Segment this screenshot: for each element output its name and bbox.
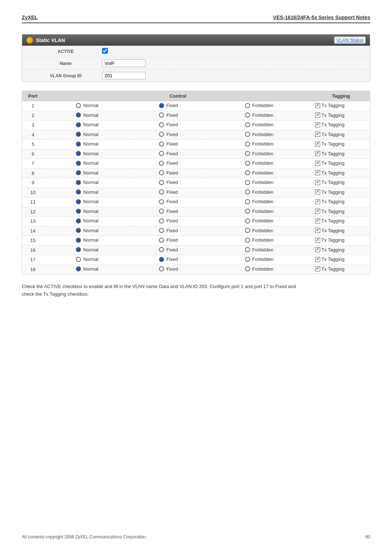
radio-filled-icon[interactable] bbox=[76, 199, 81, 204]
radio-empty-icon[interactable] bbox=[245, 199, 250, 204]
radio-empty-icon[interactable] bbox=[159, 266, 164, 271]
radio-empty-icon[interactable] bbox=[245, 103, 250, 108]
normal-label: Normal bbox=[83, 209, 98, 214]
forbidden-label: Forbidden bbox=[252, 247, 274, 253]
radio-empty-icon[interactable] bbox=[159, 238, 164, 243]
normal-cell: Normal bbox=[44, 159, 131, 169]
radio-empty-icon[interactable] bbox=[245, 151, 250, 156]
radio-empty-icon[interactable] bbox=[245, 189, 250, 194]
table-row: 3 Normal Fixed Forbidden Tx Tagging bbox=[22, 120, 370, 130]
forbidden-cell: Forbidden bbox=[207, 140, 312, 149]
radio-empty-icon[interactable] bbox=[245, 170, 250, 175]
radio-empty-icon[interactable] bbox=[245, 161, 250, 166]
normal-label: Normal bbox=[83, 266, 98, 272]
radio-filled-icon[interactable] bbox=[76, 180, 81, 185]
radio-empty-icon[interactable] bbox=[159, 132, 164, 137]
radio-empty-icon[interactable] bbox=[245, 238, 250, 243]
tx-tagging-group: Tx Tagging bbox=[315, 199, 344, 204]
tx-tagging-label: Tx Tagging bbox=[322, 151, 344, 156]
radio-empty-icon[interactable] bbox=[159, 180, 164, 185]
checkbox-checked-icon[interactable] bbox=[315, 161, 320, 166]
radio-empty-icon[interactable] bbox=[159, 209, 164, 214]
radio-empty-icon[interactable] bbox=[159, 112, 164, 118]
radio-filled-icon[interactable] bbox=[76, 132, 81, 137]
vlan-panel-title-text: Static VLAN bbox=[36, 37, 65, 43]
checkbox-checked-icon[interactable] bbox=[315, 257, 320, 262]
normal-radio-group: Normal bbox=[76, 218, 98, 223]
checkbox-checked-icon[interactable] bbox=[315, 122, 320, 127]
radio-filled-icon[interactable] bbox=[76, 112, 81, 118]
radio-filled-icon[interactable] bbox=[76, 218, 81, 223]
radio-empty-icon[interactable] bbox=[76, 257, 81, 262]
checkbox-checked-icon[interactable] bbox=[315, 112, 320, 118]
radio-empty-icon[interactable] bbox=[245, 132, 250, 137]
forbidden-label: Forbidden bbox=[252, 151, 274, 156]
checkbox-checked-icon[interactable] bbox=[315, 238, 320, 243]
name-input[interactable] bbox=[102, 59, 146, 67]
checkbox-checked-icon[interactable] bbox=[315, 132, 320, 137]
radio-empty-icon[interactable] bbox=[245, 218, 250, 223]
radio-empty-icon[interactable] bbox=[245, 228, 250, 233]
checkbox-checked-icon[interactable] bbox=[315, 189, 320, 194]
normal-cell: Normal bbox=[44, 140, 131, 149]
checkbox-checked-icon[interactable] bbox=[315, 266, 320, 271]
radio-filled-icon[interactable] bbox=[76, 247, 81, 252]
radio-filled-icon[interactable] bbox=[76, 209, 81, 214]
table-row: 1 Normal Fixed Forbidden Tx Tagging bbox=[22, 101, 370, 111]
checkbox-checked-icon[interactable] bbox=[315, 180, 320, 185]
active-checkbox[interactable] bbox=[102, 48, 108, 54]
radio-empty-icon[interactable] bbox=[159, 228, 164, 233]
radio-filled-icon[interactable] bbox=[76, 228, 81, 233]
radio-empty-icon[interactable] bbox=[159, 122, 164, 127]
vlan-group-id-input[interactable] bbox=[102, 72, 146, 79]
radio-empty-icon[interactable] bbox=[245, 180, 250, 185]
radio-filled-icon[interactable] bbox=[159, 257, 164, 262]
checkbox-checked-icon[interactable] bbox=[315, 209, 320, 214]
radio-filled-icon[interactable] bbox=[76, 141, 81, 147]
radio-filled-icon[interactable] bbox=[76, 161, 81, 166]
radio-filled-icon[interactable] bbox=[76, 266, 81, 271]
footer-copyright: All contents copyright 2008 ZyXEL Commun… bbox=[22, 534, 147, 539]
radio-empty-icon[interactable] bbox=[245, 209, 250, 214]
forbidden-label: Forbidden bbox=[252, 170, 274, 176]
fixed-label: Fixed bbox=[166, 199, 178, 204]
checkbox-checked-icon[interactable] bbox=[315, 151, 320, 156]
forbidden-label: Forbidden bbox=[252, 103, 274, 108]
radio-empty-icon[interactable] bbox=[245, 247, 250, 252]
radio-filled-icon[interactable] bbox=[76, 189, 81, 194]
page-header: ZyXEL VES-1616/24FA-5x Series Support No… bbox=[22, 15, 370, 23]
forbidden-label: Forbidden bbox=[252, 228, 274, 233]
checkbox-checked-icon[interactable] bbox=[315, 218, 320, 223]
radio-empty-icon[interactable] bbox=[159, 247, 164, 252]
radio-empty-icon[interactable] bbox=[245, 112, 250, 118]
checkbox-checked-icon[interactable] bbox=[315, 228, 320, 233]
radio-filled-icon[interactable] bbox=[76, 238, 81, 243]
radio-empty-icon[interactable] bbox=[159, 141, 164, 147]
radio-filled-icon[interactable] bbox=[76, 170, 81, 175]
checkbox-checked-icon[interactable] bbox=[315, 199, 320, 204]
checkbox-checked-icon[interactable] bbox=[315, 141, 320, 147]
radio-filled-icon[interactable] bbox=[159, 103, 164, 108]
radio-empty-icon[interactable] bbox=[159, 170, 164, 175]
radio-empty-icon[interactable] bbox=[159, 189, 164, 194]
normal-radio-group: Normal bbox=[76, 132, 98, 137]
radio-empty-icon[interactable] bbox=[159, 161, 164, 166]
radio-empty-icon[interactable] bbox=[159, 218, 164, 223]
forbidden-label: Forbidden bbox=[252, 237, 274, 243]
radio-empty-icon[interactable] bbox=[245, 122, 250, 127]
radio-empty-icon[interactable] bbox=[245, 266, 250, 271]
radio-empty-icon[interactable] bbox=[245, 141, 250, 147]
checkbox-checked-icon[interactable] bbox=[315, 247, 320, 252]
radio-empty-icon[interactable] bbox=[245, 257, 250, 262]
radio-empty-icon[interactable] bbox=[76, 103, 81, 108]
radio-empty-icon[interactable] bbox=[159, 151, 164, 156]
fixed-cell: Fixed bbox=[131, 255, 207, 265]
vlan-status-link[interactable]: VLAN Status bbox=[334, 37, 366, 44]
checkbox-checked-icon[interactable] bbox=[315, 170, 320, 175]
radio-empty-icon[interactable] bbox=[159, 199, 164, 204]
fixed-radio-group: Fixed bbox=[159, 257, 178, 262]
normal-label: Normal bbox=[83, 257, 98, 262]
checkbox-checked-icon[interactable] bbox=[315, 103, 320, 108]
radio-filled-icon[interactable] bbox=[76, 122, 81, 127]
radio-filled-icon[interactable] bbox=[76, 151, 81, 156]
